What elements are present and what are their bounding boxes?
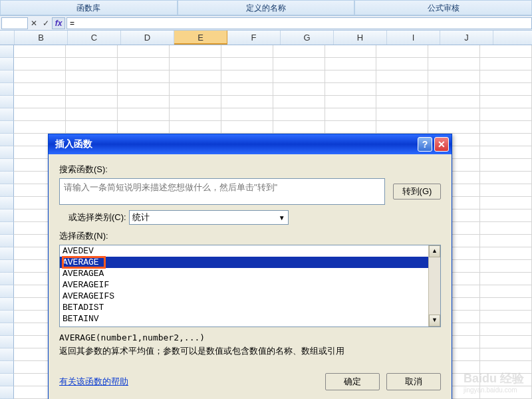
scroll-up-icon[interactable]: ▲ <box>429 245 440 257</box>
go-button[interactable]: 转到(G) <box>393 184 441 200</box>
column-header-b[interactable]: B <box>15 31 68 45</box>
scroll-track[interactable] <box>429 257 440 315</box>
column-headers: B C D E F G H I J <box>0 31 532 45</box>
list-item[interactable]: AVERAGEA <box>60 268 428 279</box>
ribbon-label-defined-names[interactable]: 定义的名称 <box>178 0 355 15</box>
list-item[interactable]: AVERAGEIFS <box>60 291 428 302</box>
cancel-button[interactable]: 取消 <box>386 373 441 390</box>
column-header-d[interactable]: D <box>121 31 174 45</box>
formula-bar: ✕ ✓ fx = <box>0 16 532 31</box>
help-icon[interactable]: ? <box>418 137 432 152</box>
confirm-formula-icon[interactable]: ✓ <box>40 19 52 28</box>
list-item[interactable]: AVERAGE <box>60 257 428 268</box>
column-header-f[interactable]: F <box>227 31 281 45</box>
formula-input[interactable]: = <box>66 17 532 29</box>
chevron-down-icon: ▼ <box>279 214 285 221</box>
column-header-i[interactable]: I <box>387 31 440 45</box>
name-box[interactable] <box>1 17 28 29</box>
search-function-label: 搜索函数(S): <box>59 164 441 176</box>
column-header-h[interactable]: H <box>334 31 387 45</box>
listbox-scrollbar[interactable]: ▲ ▼ <box>428 245 440 327</box>
category-label: 或选择类别(C): <box>68 211 126 223</box>
ribbon-label-function-library[interactable]: 函数库 <box>0 0 178 15</box>
select-all-corner[interactable] <box>0 31 15 45</box>
scroll-down-icon[interactable]: ▼ <box>429 315 440 327</box>
column-header-j[interactable]: J <box>440 31 493 45</box>
list-item[interactable]: AVERAGEIF <box>60 279 428 291</box>
function-help-link[interactable]: 有关该函数的帮助 <box>59 376 128 388</box>
ribbon-label-formula-auditing[interactable]: 公式审核 <box>354 0 532 15</box>
ribbon-group-labels: 函数库 定义的名称 公式审核 <box>0 0 532 16</box>
column-header-g[interactable]: G <box>281 31 334 45</box>
column-header-e[interactable]: E <box>174 31 227 45</box>
function-syntax: AVERAGE(number1,number2,...) <box>59 332 441 342</box>
function-listbox[interactable]: AVEDEVAVERAGEAVERAGEAAVERAGEIFAVERAGEIFS… <box>59 245 441 327</box>
search-function-input[interactable] <box>59 178 385 205</box>
ok-button[interactable]: 确定 <box>325 373 380 390</box>
dialog-titlebar[interactable]: 插入函数 ? ✕ <box>49 134 452 154</box>
list-item[interactable]: BETAINV <box>60 313 428 325</box>
list-item[interactable]: BETADIST <box>60 302 428 313</box>
category-select[interactable]: 统计 ▼ <box>129 210 289 225</box>
close-icon[interactable]: ✕ <box>434 137 449 152</box>
function-description: 返回其参数的算术平均值；参数可以是数值或包含数值的名称、数组或引用 <box>59 345 441 357</box>
category-value: 统计 <box>132 211 150 223</box>
insert-function-fx-button[interactable]: fx <box>52 17 65 29</box>
insert-function-dialog: 插入函数 ? ✕ 搜索函数(S): 转到(G) 或选择类别(C): 统计 ▼ 选… <box>48 134 452 399</box>
list-item[interactable]: AVEDEV <box>60 245 428 257</box>
cancel-formula-icon[interactable]: ✕ <box>28 19 40 28</box>
dialog-title: 插入函数 <box>55 138 416 150</box>
select-function-label: 选择函数(N): <box>59 230 441 242</box>
spreadsheet-grid[interactable]: // rows drawn below via simple loop afte… <box>0 45 532 399</box>
column-header-c[interactable]: C <box>68 31 121 45</box>
